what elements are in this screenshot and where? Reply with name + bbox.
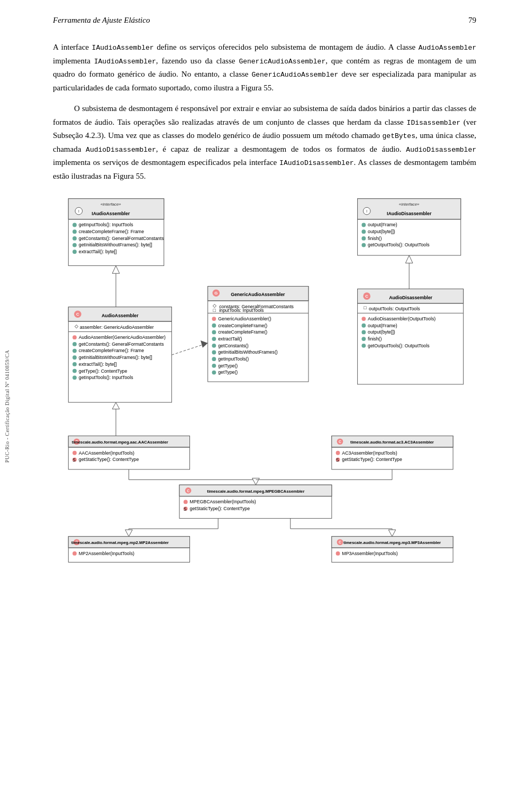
sidebar-label: PUC-Rio - Certificação Digital Nº 041085… (0, 0, 15, 812)
svg-point-43 (212, 317, 216, 321)
svg-point-11 (72, 236, 77, 241)
svg-point-55 (212, 357, 216, 361)
svg-point-30 (361, 243, 366, 247)
svg-text:□: □ (213, 308, 216, 313)
svg-text:output(Frame): output(Frame) (368, 323, 397, 328)
svg-text:MP2Assembler(InputTools): MP2Assembler(InputTools) (79, 551, 134, 556)
code-audiodisassembler: AudioDisassembler (86, 146, 156, 154)
page-container: PUC-Rio - Certificação Digital Nº 041085… (0, 0, 508, 812)
svg-text:getInitialBitsWithoutFrames(): getInitialBitsWithoutFrames() (218, 349, 278, 355)
code-iaudioassembler: IAudioAssembler (92, 44, 154, 52)
svg-text:extractTail(): extractTail() (218, 336, 242, 342)
svg-text:getInputTools(): getInputTools() (218, 356, 249, 362)
page-number: 79 (468, 16, 476, 25)
svg-text:createCompleteFrame(): createCompleteFrame() (218, 323, 267, 328)
svg-text:C: C (187, 489, 189, 493)
paragraph-1: A interface IAudioAssembler define os se… (53, 41, 476, 95)
svg-point-131 (184, 500, 188, 504)
svg-text:MP3Assembler(InputTools): MP3Assembler(InputTools) (342, 551, 397, 556)
svg-text:getType(): getType() (218, 370, 238, 375)
svg-text:timescale.audio.format.ac3.AC3: timescale.audio.format.ac3.AC3Assembler (350, 440, 434, 445)
svg-marker-167 (125, 530, 133, 537)
svg-text:createCompleteFrame(): createCompleteFrame() (218, 329, 267, 335)
svg-point-120 (336, 451, 340, 455)
svg-text:IAudioAssembler: IAudioAssembler (92, 211, 130, 216)
svg-text:◇: ◇ (213, 303, 216, 308)
svg-text:G: G (214, 291, 217, 296)
svg-point-28 (361, 236, 366, 241)
svg-text:□: □ (364, 306, 367, 311)
svg-text:MPEGBCAssembler(InputTools): MPEGBCAssembler(InputTools) (190, 499, 256, 504)
svg-point-99 (361, 337, 366, 341)
code-iaudioassembler2: IAudioAssembler (94, 58, 156, 66)
svg-text:C: C (339, 540, 341, 544)
svg-point-70 (72, 335, 77, 339)
code-iaudiodisassembler: IAudioDisassembler (279, 159, 353, 167)
svg-text:timescale.audio.format.mpeg.mp: timescale.audio.format.mpeg.mp2.MP2Assem… (71, 540, 169, 545)
svg-text:getType(): ContentType: getType(): ContentType (79, 368, 128, 374)
svg-text:getOutputTools(): OutputTools: getOutputTools(): OutputTools (368, 343, 430, 348)
header-title: Ferramenta de Ajuste Elástico (53, 16, 150, 25)
svg-text:extractTail(): byte[]: extractTail(): byte[] (79, 249, 117, 254)
svg-marker-153 (112, 266, 120, 274)
svg-text:timescale.audio.format.mpeg.MP: timescale.audio.format.mpeg.MPEGBCAssemb… (207, 489, 304, 494)
svg-point-15 (72, 250, 77, 254)
svg-text:AudioAssembler(GenericAudioAss: AudioAssembler(GenericAudioAssembler) (79, 335, 166, 340)
svg-text:getStaticType(): ContentType: getStaticType(): ContentType (190, 506, 250, 511)
svg-point-53 (212, 350, 216, 355)
svg-text:finish(): finish() (368, 336, 382, 342)
svg-text:«interface»: «interface» (399, 202, 420, 207)
svg-text:C: C (339, 440, 341, 444)
uml-diagram: «interface» I IAudioAssembler getInputTo… (53, 193, 476, 575)
svg-point-142 (72, 551, 77, 556)
svg-text:C: C (76, 312, 79, 317)
svg-text:output(byte[]): output(byte[]) (368, 229, 395, 234)
svg-point-49 (212, 337, 216, 341)
svg-point-45 (212, 324, 216, 328)
svg-point-7 (72, 223, 77, 227)
svg-text:outputTools: OutputTools: outputTools: OutputTools (369, 306, 420, 311)
svg-text:getType(): getType() (218, 363, 238, 368)
svg-point-150 (336, 551, 340, 556)
svg-text:extractTail(): byte[]: extractTail(): byte[] (79, 362, 117, 367)
svg-point-13 (72, 243, 77, 247)
svg-text:GenericAudioAssembler: GenericAudioAssembler (231, 292, 285, 297)
svg-text:◇: ◇ (75, 324, 78, 329)
svg-point-76 (72, 355, 77, 359)
svg-text:I: I (78, 209, 79, 214)
svg-point-78 (72, 362, 77, 366)
svg-text:output(Frame): output(Frame) (368, 222, 397, 227)
svg-marker-155 (405, 255, 413, 263)
main-content: A interface IAudioAssembler define os se… (53, 41, 476, 575)
svg-marker-161 (252, 478, 260, 485)
svg-point-97 (361, 330, 366, 335)
code-genericaudioassembler2: GenericAudioAssembler (251, 71, 338, 79)
svg-text:assembler: GenericAudioAssembl: assembler: GenericAudioAssembler (80, 325, 154, 330)
code-idisassembler: IDisassembler (407, 119, 460, 127)
svg-text:getConstants(): getConstants() (218, 343, 249, 348)
svg-point-109 (72, 451, 77, 455)
svg-point-101 (361, 344, 366, 348)
svg-point-82 (72, 375, 77, 380)
paragraph-2: O subsistema de desmontagem é responsáve… (53, 102, 476, 183)
svg-text:getInitialBitsWithoutFrames():: getInitialBitsWithoutFrames(): byte[] (79, 355, 152, 360)
svg-point-93 (361, 317, 366, 321)
svg-point-72 (72, 342, 77, 346)
svg-point-57 (212, 364, 216, 368)
svg-text:AudioAssembler: AudioAssembler (102, 313, 139, 318)
svg-text:S: S (184, 506, 187, 512)
svg-text:createCompleteFrame(): Frame: createCompleteFrame(): Frame (79, 229, 144, 234)
svg-text:GenericAudioAssembler(): GenericAudioAssembler() (218, 316, 271, 321)
code-getbytes: getBytes (383, 132, 415, 140)
svg-point-24 (361, 223, 366, 227)
svg-text:getConstants(): GeneralFormatC: getConstants(): GeneralFormatConstants (79, 236, 164, 241)
svg-point-80 (72, 369, 77, 373)
svg-point-95 (361, 324, 366, 328)
svg-text:getInitialBitsWithoutFrames():: getInitialBitsWithoutFrames(): byte[] (79, 242, 152, 247)
svg-text:getStaticType(): ContentType: getStaticType(): ContentType (342, 457, 402, 462)
svg-text:createCompleteFrame(): Frame: createCompleteFrame(): Frame (79, 348, 144, 353)
svg-marker-157 (112, 402, 120, 409)
svg-text:I: I (366, 209, 367, 214)
svg-point-74 (72, 349, 77, 353)
svg-text:finish(): finish() (368, 236, 382, 241)
